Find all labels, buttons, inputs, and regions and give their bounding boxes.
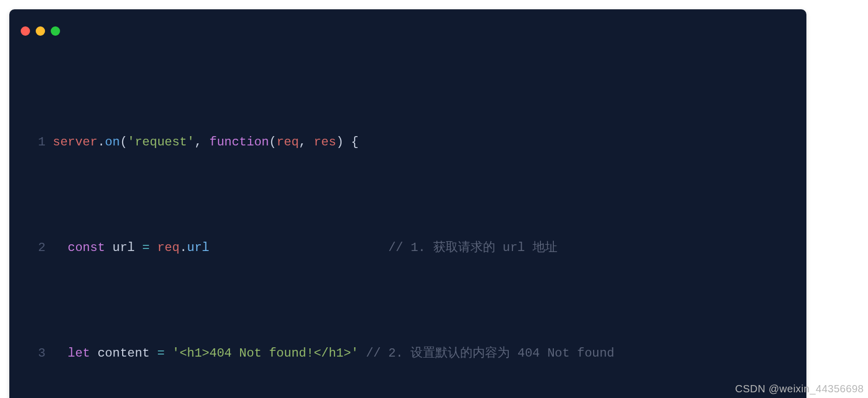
code-line: 2 const url = req.url // 1. 获取请求的 url 地址 bbox=[9, 234, 806, 261]
code-window: 1 server.on('request', function(req, res… bbox=[9, 9, 806, 398]
code-block: 1 server.on('request', function(req, res… bbox=[9, 42, 806, 398]
line-number: 3 bbox=[9, 340, 53, 366]
maximize-icon[interactable] bbox=[51, 26, 60, 36]
code-line: 1 server.on('request', function(req, res… bbox=[9, 129, 806, 155]
close-icon[interactable] bbox=[21, 26, 30, 36]
code-text: const url = req.url // 1. 获取请求的 url 地址 bbox=[53, 234, 806, 261]
code-text: server.on('request', function(req, res) … bbox=[53, 129, 806, 155]
line-number: 1 bbox=[9, 129, 53, 155]
minimize-icon[interactable] bbox=[36, 26, 45, 36]
line-number: 2 bbox=[9, 234, 53, 261]
code-text: let content = '<h1>404 Not found!</h1>' … bbox=[53, 340, 806, 366]
watermark-text: CSDN @weixin_44356698 bbox=[735, 383, 864, 395]
code-line: 3 let content = '<h1>404 Not found!</h1>… bbox=[9, 340, 806, 366]
window-titlebar bbox=[9, 9, 806, 42]
